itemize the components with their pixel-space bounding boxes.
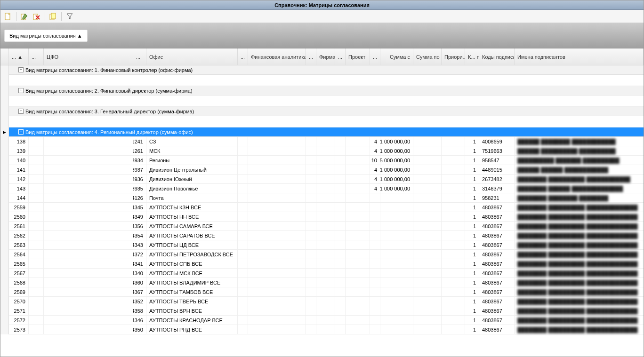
- header-names[interactable]: Имена подписантов: [515, 48, 644, 65]
- cell-sumc: 1 000 000,00: [380, 137, 413, 146]
- table-row[interactable]: 25604349АУТПОСТЫ НН ВСЕ14803867████████ …: [0, 212, 644, 222]
- table-row[interactable]: 1391261МСК41 000 000,0017519663██████ ██…: [0, 146, 644, 156]
- title-bar: Справочник: Матрицы согласования: [0, 0, 644, 10]
- cell-dots6: [370, 278, 380, 287]
- cell-dots5: [335, 287, 346, 296]
- header-sumpo[interactable]: Сумма по: [413, 48, 442, 65]
- cell-dots3: [238, 137, 248, 146]
- table-row[interactable]: 1381241СЗ41 000 000,0014008659██████ ███…: [0, 137, 644, 146]
- cell-kody: 4803867: [479, 316, 515, 325]
- cell-kp: 1: [465, 316, 479, 325]
- table-row[interactable]: 25684360АУТПОСТЫ ВЛАДИМИР ВСЕ14803867███…: [0, 278, 644, 287]
- group-row[interactable]: −Вид матрицы согласования: 4. Региональн…: [9, 127, 644, 137]
- new-doc-icon: [5, 13, 11, 20]
- toolbar-separator: [16, 12, 16, 21]
- cell-project: [346, 137, 370, 146]
- table-row[interactable]: 25704352АУТПОСТЫ ТВЕРЬ ВСЕ14803867██████…: [0, 297, 644, 306]
- header-dots1[interactable]: ...: [29, 48, 44, 65]
- table-row[interactable]: 25694367АУТПОСТЫ ТАМБОВ ВСЕ14803867█████…: [0, 287, 644, 297]
- header-dots3[interactable]: ...: [238, 48, 248, 65]
- header-dots6[interactable]: ...: [370, 48, 380, 65]
- expand-icon[interactable]: +: [18, 109, 24, 114]
- header-kody[interactable]: Коды подписантов: [479, 48, 515, 65]
- group-row[interactable]: +Вид матрицы согласования: 1. Финансовый…: [9, 65, 644, 75]
- delete-button[interactable]: [31, 11, 42, 22]
- cell-priority: [442, 287, 465, 296]
- cell-dots1: [29, 175, 44, 183]
- cell-kp: 1: [465, 146, 479, 155]
- header-dots5[interactable]: ...: [335, 48, 346, 65]
- row-indicator: [0, 184, 9, 193]
- cell-sumc: [380, 287, 413, 296]
- header-priority[interactable]: Приори...: [442, 48, 465, 65]
- cell-sumc: [380, 193, 413, 202]
- header-id[interactable]: ... ▲: [9, 48, 29, 65]
- cell-dots4: [306, 222, 316, 230]
- new-button[interactable]: [2, 11, 14, 22]
- table-row[interactable]: 25654341АУТПОСТЫ СПБ ВСЕ14803867████████…: [0, 259, 644, 269]
- collapse-icon[interactable]: −: [18, 129, 24, 135]
- filter-button[interactable]: [64, 11, 75, 22]
- cell-cfo: [44, 165, 133, 174]
- cell-project: [346, 156, 370, 165]
- cell-dots1: [29, 316, 44, 325]
- table-row[interactable]: 25724346АУТПОСТЫ КРАСНОДАР ВСЕ14803867██…: [0, 316, 644, 325]
- cell-sumpo: [413, 193, 442, 202]
- cell-firma: [316, 184, 335, 193]
- table-row[interactable]: 1423936Дивизион Южный41 000 000,00126734…: [0, 175, 644, 184]
- group-by-panel[interactable]: Вид матрицы согласования ▲: [0, 23, 644, 48]
- table-row[interactable]: 25644372АУТПОСТЫ ПЕТРОЗАВОДСК ВСЕ1480386…: [0, 250, 644, 259]
- cell-office-code: 4356: [133, 222, 146, 230]
- table-row[interactable]: 25734350АУТПОСТЫ РНД ВСЕ14803867████████…: [0, 325, 644, 334]
- table-row[interactable]: 25624354АУТПОСТЫ САРАТОВ ВСЕ14803867████…: [0, 231, 644, 240]
- cell-sumc: [380, 297, 413, 306]
- data-grid[interactable]: ... ▲ ... ЦФО ... Офис ... Финансовая ан…: [0, 48, 644, 357]
- expand-icon[interactable]: +: [18, 88, 24, 93]
- cell-kody: 4803867: [479, 287, 515, 296]
- table-row[interactable]: 25714358АУТПОСТЫ ВРН ВСЕ14803867████████…: [0, 306, 644, 316]
- table-row[interactable]: 1413937Дивизион Центральный41 000 000,00…: [0, 165, 644, 175]
- cell-office: АУТПОСТЫ САМАРА ВСЕ: [146, 222, 238, 230]
- cell-finan: [248, 316, 306, 325]
- cell-dots5: [335, 137, 346, 146]
- table-row[interactable]: 1444126Почта1958231████████ ████████ ███…: [0, 193, 644, 203]
- cell-dots5: [335, 240, 346, 249]
- cell-project: [346, 212, 370, 221]
- header-office[interactable]: Офис: [146, 48, 238, 65]
- header-dots2[interactable]: ...: [133, 48, 146, 65]
- group-row[interactable]: +Вид матрицы согласования: 3. Генеральны…: [9, 107, 644, 116]
- cell-id: 2563: [9, 240, 29, 249]
- cell-dots4: [306, 306, 316, 315]
- cell-cfo: [44, 193, 133, 202]
- header-firma[interactable]: Фирма: [316, 48, 335, 65]
- group-by-chip[interactable]: Вид матрицы согласования ▲: [4, 30, 88, 42]
- table-row[interactable]: 1403934Регионы105 000 000,001958547█████…: [0, 156, 644, 165]
- header-project[interactable]: Проект: [346, 48, 370, 65]
- cell-id: 2570: [9, 297, 29, 306]
- cell-firma: [316, 156, 335, 165]
- table-row[interactable]: 1433935Дивизион Поволжье41 000 000,00131…: [0, 184, 644, 193]
- cell-dots5: [335, 156, 346, 165]
- header-dots4[interactable]: ...: [306, 48, 316, 65]
- table-row[interactable]: 25634343АУТПОСТЫ ЦД ВСЕ14803867████████ …: [0, 240, 644, 250]
- group-row[interactable]: +Вид матрицы согласования: 2. Финансовый…: [9, 86, 644, 95]
- cell-name: ████████ ██████████ ██████████████: [515, 231, 644, 240]
- cell-dots1: [29, 231, 44, 240]
- cell-dots4: [306, 212, 316, 221]
- header-sumc[interactable]: Сумма с: [380, 48, 413, 65]
- cell-sumpo: [413, 306, 442, 315]
- header-kp[interactable]: К... п...: [465, 48, 479, 65]
- cell-office-code: 4372: [133, 250, 146, 259]
- copy-button[interactable]: [48, 11, 59, 22]
- header-finan[interactable]: Финансовая аналитика: [248, 48, 306, 65]
- expand-icon[interactable]: +: [18, 67, 24, 72]
- cell-dots1: [29, 250, 44, 259]
- cell-finan: [248, 325, 306, 334]
- table-row[interactable]: 25674340АУТПОСТЫ МСК ВСЕ14803867████████…: [0, 269, 644, 278]
- cell-project: [346, 316, 370, 325]
- cell-sumc: [380, 222, 413, 230]
- table-row[interactable]: 25614356АУТПОСТЫ САМАРА ВСЕ14803867█████…: [0, 222, 644, 231]
- edit-button[interactable]: [19, 11, 30, 22]
- header-cfo[interactable]: ЦФО: [44, 48, 133, 65]
- table-row[interactable]: 25594345АУТПОСТЫ КЗН ВСЕ14803867████████…: [0, 203, 644, 212]
